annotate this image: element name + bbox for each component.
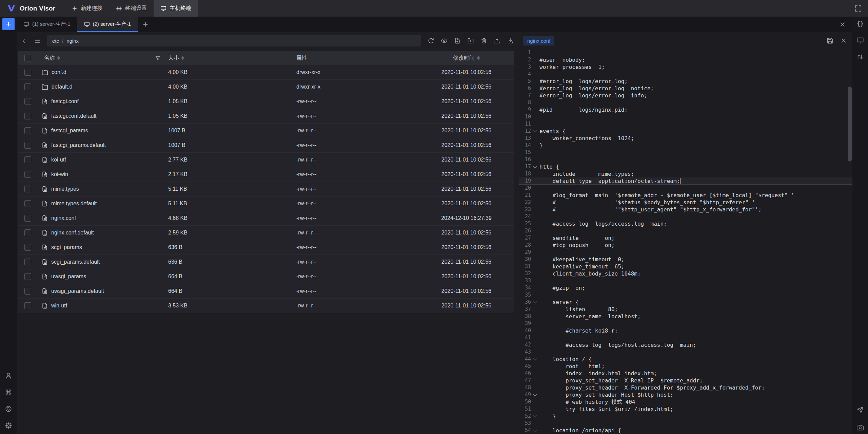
fold-gutter[interactable] <box>531 413 539 420</box>
row-checkbox[interactable] <box>24 259 31 265</box>
fold-gutter[interactable] <box>531 363 539 370</box>
fold-gutter[interactable] <box>531 71 539 78</box>
sort-size[interactable] <box>181 56 184 60</box>
fold-gutter[interactable] <box>531 56 539 63</box>
filter-icon[interactable] <box>155 55 161 61</box>
sort-mtime[interactable] <box>477 56 480 60</box>
row-checkbox[interactable] <box>24 69 31 76</box>
table-row[interactable]: conf.d 4.00 KB drwxr-xr-x 2020-11-01 10:… <box>18 65 514 80</box>
fold-gutter[interactable] <box>531 120 539 128</box>
user-button[interactable] <box>3 370 14 381</box>
row-checkbox[interactable] <box>24 127 31 134</box>
fold-gutter[interactable] <box>531 398 539 405</box>
new-tab-button[interactable] <box>2 18 15 30</box>
fold-gutter[interactable] <box>531 306 539 313</box>
fold-gutter[interactable] <box>531 192 539 199</box>
select-all-checkbox[interactable] <box>24 55 31 61</box>
fold-gutter[interactable] <box>531 135 539 142</box>
fold-gutter[interactable] <box>531 320 539 327</box>
row-checkbox[interactable] <box>24 98 31 105</box>
fold-gutter[interactable] <box>531 313 539 320</box>
fold-gutter[interactable] <box>531 263 539 270</box>
table-row[interactable]: scgi_params.default 636 B -rw-r--r-- 202… <box>18 255 514 269</box>
editor-scrollbar[interactable] <box>848 87 852 162</box>
fold-gutter[interactable] <box>531 420 539 427</box>
table-row[interactable]: koi-win 2.17 KB -rw-r--r-- 2020-11-01 10… <box>18 167 514 182</box>
fold-gutter[interactable] <box>531 270 539 277</box>
fold-gutter[interactable] <box>531 234 539 242</box>
fold-gutter[interactable] <box>531 327 539 334</box>
row-checkbox[interactable] <box>24 302 31 309</box>
new-file-button[interactable] <box>452 35 463 46</box>
code-editor[interactable]: 1 2 #user nobody; 3 worker_processes 1; … <box>519 49 852 434</box>
editor-toggle-button[interactable]: {} <box>854 18 866 30</box>
breadcrumb-segment[interactable]: nginx <box>66 38 79 44</box>
fold-gutter[interactable] <box>531 128 539 135</box>
row-checkbox[interactable] <box>24 83 31 90</box>
refresh-button[interactable] <box>425 35 437 46</box>
row-checkbox[interactable] <box>24 229 31 236</box>
fold-gutter[interactable] <box>531 63 539 71</box>
table-row[interactable]: fastcgi.conf 1.05 KB -rw-r--r-- 2020-11-… <box>18 94 514 109</box>
table-row[interactable]: scgi_params 636 B -rw-r--r-- 2020-11-01 … <box>18 240 514 255</box>
settings-button[interactable] <box>3 420 14 431</box>
theme-button[interactable] <box>3 403 14 415</box>
upload-button[interactable] <box>491 35 503 46</box>
close-editor-button[interactable] <box>838 35 849 46</box>
nav-new-connection[interactable]: 新建连接 <box>65 0 109 17</box>
fold-gutter[interactable] <box>531 377 539 384</box>
fold-gutter[interactable] <box>531 227 539 234</box>
terminal-tab-2[interactable]: (2) server-生产-1 <box>77 17 138 32</box>
row-checkbox[interactable] <box>24 200 31 207</box>
fold-gutter[interactable] <box>531 106 539 113</box>
table-row[interactable]: nginx.conf.default 2.59 KB -rw-r--r-- 20… <box>18 226 514 240</box>
row-checkbox[interactable] <box>24 142 31 149</box>
row-checkbox[interactable] <box>24 156 31 163</box>
fold-gutter[interactable] <box>531 142 539 149</box>
fullscreen-button[interactable] <box>852 3 864 14</box>
save-button[interactable] <box>825 35 835 46</box>
table-row[interactable]: fastcgi.conf.default 1.05 KB -rw-r--r-- … <box>18 109 514 124</box>
fold-gutter[interactable] <box>531 92 539 99</box>
sort-name[interactable] <box>57 56 60 60</box>
fold-gutter[interactable] <box>531 213 539 220</box>
add-tab-button[interactable] <box>140 19 151 30</box>
row-checkbox[interactable] <box>24 244 31 251</box>
breadcrumb-segment[interactable]: etc <box>52 38 59 44</box>
new-folder-button[interactable] <box>465 35 476 46</box>
fold-gutter[interactable] <box>531 256 539 263</box>
terminal-tab-1[interactable]: (1) server-生产-1 <box>17 17 77 32</box>
table-row[interactable]: koi-utf 2.77 KB -rw-r--r-- 2020-11-01 10… <box>18 153 514 167</box>
fold-gutter[interactable] <box>531 49 539 56</box>
fold-gutter[interactable] <box>531 242 539 249</box>
table-row[interactable]: mime.types.default 5.11 KB -rw-r--r-- 20… <box>18 196 514 211</box>
fold-gutter[interactable] <box>531 334 539 341</box>
fold-gutter[interactable] <box>531 405 539 413</box>
fold-gutter[interactable] <box>531 391 539 398</box>
list-view-button[interactable] <box>32 35 43 46</box>
close-panel-button[interactable] <box>837 19 848 30</box>
table-row[interactable]: uwsgi_params 664 B -rw-r--r-- 2020-11-01… <box>18 269 514 284</box>
fold-gutter[interactable] <box>531 99 539 106</box>
fold-gutter[interactable] <box>531 185 539 192</box>
transfer-list-button[interactable] <box>854 51 866 63</box>
row-checkbox[interactable] <box>24 113 31 119</box>
fold-gutter[interactable] <box>531 370 539 377</box>
fold-gutter[interactable] <box>531 341 539 348</box>
fold-gutter[interactable] <box>531 149 539 156</box>
fold-gutter[interactable] <box>531 249 539 256</box>
table-row[interactable]: mime.types 5.11 KB -rw-r--r-- 2020-11-01… <box>18 182 514 196</box>
row-checkbox[interactable] <box>24 186 31 192</box>
fold-gutter[interactable] <box>531 348 539 356</box>
table-row[interactable]: fastcgi_params 1007 B -rw-r--r-- 2020-11… <box>18 124 514 138</box>
back-button[interactable] <box>18 35 30 46</box>
row-checkbox[interactable] <box>24 273 31 280</box>
fold-gutter[interactable] <box>531 163 539 170</box>
fold-gutter[interactable] <box>531 113 539 120</box>
download-button[interactable] <box>505 35 516 46</box>
fold-gutter[interactable] <box>531 384 539 391</box>
row-checkbox[interactable] <box>24 288 31 295</box>
nav-host-terminal[interactable]: 主机终端 <box>154 0 198 17</box>
table-row[interactable]: default.d 4.00 KB drwxr-xr-x 2020-11-01 … <box>18 80 514 94</box>
fold-gutter[interactable] <box>531 85 539 92</box>
